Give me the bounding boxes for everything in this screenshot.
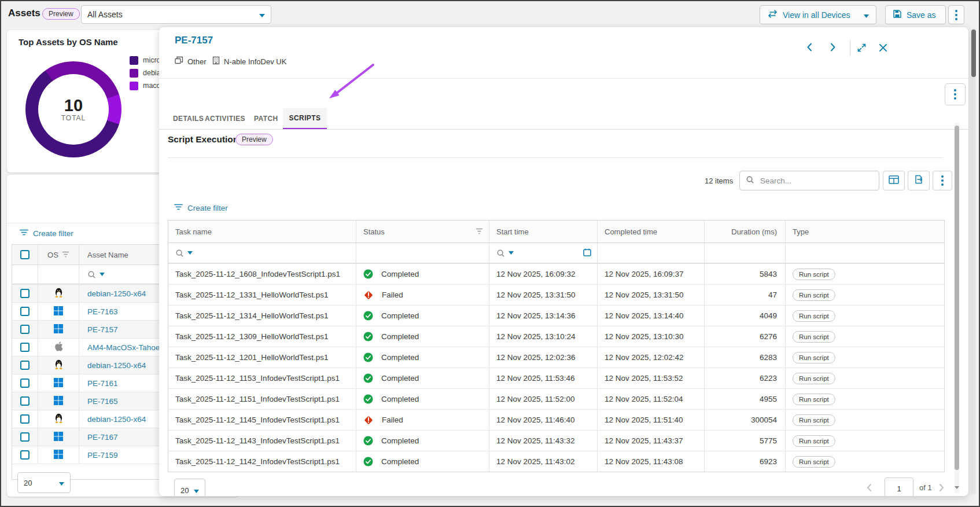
columns-button[interactable]: [883, 171, 905, 190]
filter-icon[interactable]: [62, 251, 69, 259]
top-bar: Assets Preview All Assets View in all De…: [1, 1, 979, 27]
row-checkbox[interactable]: [12, 374, 38, 392]
scripts-kebab-menu-button[interactable]: [933, 171, 952, 190]
status-label: Completed: [381, 436, 419, 445]
expand-icon[interactable]: [857, 43, 867, 55]
legend-swatch: [130, 56, 138, 65]
view-in-all-devices-button[interactable]: View in all Devices: [760, 5, 876, 24]
asset-name-link[interactable]: debian-1250-x64: [87, 289, 146, 298]
pagination-next-button[interactable]: [939, 483, 945, 494]
run-script-badge: Run script: [793, 289, 835, 301]
script-row[interactable]: Task_2025-11-12_1608_InfodevTestScript1.…: [168, 263, 944, 284]
calendar-icon[interactable]: [583, 248, 591, 258]
run-script-badge: Run script: [793, 310, 835, 322]
script-row[interactable]: Task_2025-11-12_1142_InfodevTestScript1.…: [168, 451, 944, 472]
assets-create-filter-link[interactable]: Create filter: [20, 228, 73, 238]
scrollbar-down-arrow-icon[interactable]: [955, 482, 959, 492]
chart-title: Top Assets by OS Name: [19, 37, 118, 47]
run-script-badge: Run script: [793, 456, 835, 468]
asset-name-link[interactable]: PE-7163: [87, 307, 118, 316]
filter-icon[interactable]: [476, 227, 483, 236]
row-checkbox[interactable]: [12, 392, 38, 410]
script-row[interactable]: Task_2025-11-12_1309_HelloWorldTest.ps1 …: [168, 326, 944, 347]
duration-cell: 5843: [705, 264, 786, 284]
page-title: Assets: [8, 8, 40, 19]
previous-device-button[interactable]: [806, 42, 812, 54]
run-script-badge: Run script: [793, 414, 835, 426]
export-button[interactable]: [908, 171, 930, 190]
save-as-button[interactable]: Save as: [885, 5, 946, 24]
tab-scripts[interactable]: SCRIPTS: [283, 108, 327, 130]
asset-name-link[interactable]: PE-7159: [87, 451, 118, 460]
device-type-icon: [175, 56, 183, 67]
duration-cell: 300054: [705, 410, 786, 430]
asset-name-link[interactable]: PE-7157: [87, 325, 118, 334]
scripts-preview-badge: Preview: [235, 134, 273, 145]
asset-name-link[interactable]: debian-1250-x64: [87, 415, 146, 424]
script-row[interactable]: Task_2025-11-12_1153_InfodevTestScript1.…: [168, 368, 944, 388]
row-checkbox[interactable]: [12, 339, 38, 356]
start-time-cell: 12 Nov 2025, 11:43:02: [489, 451, 598, 472]
tab-activities[interactable]: ACTIVITIES: [205, 115, 245, 123]
scripts-search-box[interactable]: [739, 171, 879, 190]
next-device-button[interactable]: [830, 42, 837, 54]
scripts-create-filter-link[interactable]: Create filter: [174, 203, 228, 213]
row-checkbox[interactable]: [12, 285, 38, 302]
status-label: Completed: [381, 374, 419, 383]
script-row[interactable]: Task_2025-11-12_1145_InfodevTestScript1.…: [168, 409, 944, 430]
assets-page-size-dropdown[interactable]: 20: [17, 472, 71, 493]
scripts-table-header: Task name Status Start time Completed ti…: [168, 221, 944, 243]
script-row[interactable]: Task_2025-11-12_1331_HelloWorldTest.ps1 …: [168, 284, 944, 305]
pagination-of-label: of 1: [919, 483, 932, 492]
search-input[interactable]: [759, 176, 873, 186]
export-icon: [914, 175, 923, 186]
view-selector-dropdown[interactable]: All Assets: [81, 5, 271, 24]
status-label: Completed: [381, 457, 419, 466]
drawer-scrollbar[interactable]: [955, 123, 959, 493]
device-drawer: PE-7157 Other N-able InfoDev UK DETAILS …: [159, 27, 968, 496]
script-row[interactable]: Task_2025-11-12_1201_HelloWorldTest.ps1 …: [168, 347, 944, 368]
status-completed-icon: [363, 311, 373, 321]
start-time-search-filter[interactable]: [496, 249, 514, 258]
status-failed-icon: [363, 415, 374, 425]
duration-cell: 4049: [705, 306, 786, 326]
asset-name-link[interactable]: PE-7165: [87, 397, 118, 406]
scripts-page-size-dropdown[interactable]: 20: [174, 479, 205, 496]
status-label: Completed: [381, 353, 419, 362]
page-size-value: 20: [24, 479, 32, 487]
apple-os-icon: [54, 341, 63, 353]
row-checkbox[interactable]: [12, 410, 38, 428]
topbar-kebab-menu-button[interactable]: [948, 5, 964, 24]
chevron-down-icon: [259, 10, 265, 19]
page-scrollbar[interactable]: [971, 28, 976, 494]
task-name-cell: Task_2025-11-12_1309_HelloWorldTest.ps1: [168, 326, 356, 347]
task-name-search-filter[interactable]: [168, 243, 356, 263]
tab-details[interactable]: DETAILS: [173, 115, 204, 123]
drawer-title: PE-7157: [175, 35, 213, 46]
row-checkbox[interactable]: [12, 428, 38, 446]
row-checkbox[interactable]: [12, 446, 38, 464]
row-checkbox[interactable]: [12, 357, 38, 374]
row-checkbox[interactable]: [12, 303, 38, 320]
start-time-cell: 12 Nov 2025, 13:10:24: [489, 326, 598, 347]
asset-name-link[interactable]: PE-7167: [87, 433, 118, 442]
asset-name-link[interactable]: PE-7161: [87, 379, 118, 388]
page-scrollbar-thumb[interactable]: [971, 30, 976, 77]
row-checkbox[interactable]: [12, 321, 38, 338]
pagination-page-input[interactable]: [885, 477, 913, 496]
close-icon[interactable]: [879, 43, 887, 54]
drawer-kebab-menu-button[interactable]: [945, 83, 966, 105]
script-row[interactable]: Task_2025-11-12_1314_HelloWorldTest.ps1 …: [168, 305, 944, 326]
start-time-cell: 12 Nov 2025, 13:31:50: [489, 285, 598, 305]
tab-patch[interactable]: PATCH: [254, 115, 278, 123]
script-row[interactable]: Task_2025-11-12_1143_InfodevTestScript1.…: [168, 430, 944, 451]
status-failed-icon: [363, 290, 374, 300]
search-icon: [746, 175, 754, 186]
drawer-scrollbar-thumb[interactable]: [955, 126, 959, 470]
status-label: Completed: [381, 332, 419, 341]
pagination-prev-button[interactable]: [866, 483, 872, 494]
select-all-checkbox[interactable]: [12, 245, 38, 264]
script-row[interactable]: Task_2025-11-12_1151_InfodevTestScript1.…: [168, 388, 944, 409]
scripts-table: Task name Status Start time Completed ti…: [168, 220, 945, 472]
asset-name-link[interactable]: debian-1250-x64: [87, 361, 146, 370]
